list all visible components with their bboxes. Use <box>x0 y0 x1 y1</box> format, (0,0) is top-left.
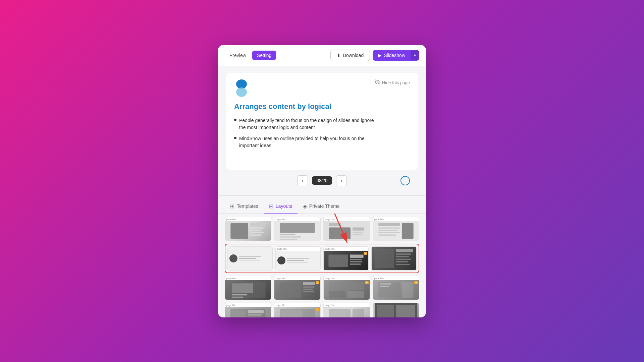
layout-thumb-3-1[interactable]: page title <box>225 276 271 300</box>
slideshow-main-button[interactable]: ▶ Slideshow <box>373 50 411 61</box>
page-indicator: 08/20 <box>312 176 332 185</box>
layout-thumb-3-4[interactable]: page title V <box>373 276 419 300</box>
person-lines-2 <box>287 258 319 262</box>
thumb-content-4-4 <box>373 303 419 317</box>
thumb-content-4-2: V <box>274 307 320 317</box>
thumb-content-1-1 <box>225 221 271 241</box>
thumb-content-4-1 <box>225 307 271 317</box>
svg-rect-33 <box>396 253 411 255</box>
tab-private-theme[interactable]: ◈ Private Theme <box>298 200 345 214</box>
bullet-text-2: MindShow uses an outline provided to hel… <box>239 135 365 149</box>
thumb-title-4-1: page title <box>225 303 271 307</box>
header-tabs: Preview Setting <box>225 51 326 60</box>
layout-row-2-selected: page title page title V <box>225 244 419 273</box>
svg-rect-62 <box>329 309 351 317</box>
layout-thumb-4-4[interactable] <box>373 303 419 317</box>
thumb-content-2-2 <box>276 251 320 270</box>
thumb-content-1-4 <box>373 221 419 241</box>
layout-thumb-2-1[interactable] <box>227 246 273 270</box>
hide-page-label: Hide this page <box>382 80 410 85</box>
svg-rect-47 <box>329 282 364 290</box>
svg-rect-3 <box>230 223 248 238</box>
hide-page-button[interactable]: Hide this page <box>375 79 410 86</box>
svg-rect-11 <box>280 236 301 237</box>
layout-thumb-1-3[interactable]: page title <box>323 217 370 241</box>
thumb-content-2-4 <box>372 247 416 270</box>
svg-rect-19 <box>402 223 414 238</box>
thumb-title-4-3: page title <box>324 303 370 307</box>
svg-rect-52 <box>380 283 391 284</box>
layout-thumb-1-4[interactable]: page title <box>373 217 419 241</box>
bullet-item-1: People generally tend to focus on the de… <box>234 117 410 131</box>
prev-slide-button[interactable]: ‹ <box>297 175 308 186</box>
tab-setting[interactable]: Setting <box>252 51 276 60</box>
thumb-content-4-3 <box>324 307 370 317</box>
svg-rect-51 <box>402 282 414 297</box>
svg-rect-56 <box>248 310 264 313</box>
layout-thumb-4-2[interactable]: page title V <box>274 303 321 317</box>
layout-thumb-4-1[interactable]: page title <box>225 303 271 317</box>
thumb-svg-2-3 <box>324 251 368 270</box>
header: Preview Setting ⬇ Download ▶ Slideshow ▾ <box>218 45 426 66</box>
next-slide-button[interactable]: › <box>336 175 347 186</box>
tab-layouts[interactable]: ⊟ Layouts <box>264 200 298 214</box>
layout-thumb-4-3[interactable]: page title <box>323 303 370 317</box>
layout-thumb-2-2[interactable]: page title <box>275 246 321 270</box>
layout-thumb-1-1[interactable]: page title <box>225 217 271 241</box>
svg-rect-63 <box>353 309 364 317</box>
person-lines-1 <box>239 256 271 260</box>
v-badge-3-2: V <box>316 281 319 284</box>
slideshow-dropdown-button[interactable]: ▾ <box>411 50 419 60</box>
svg-rect-53 <box>380 286 389 287</box>
layout-thumb-2-3[interactable]: page title V <box>323 246 369 270</box>
bullet-text-2-line2: important ideas <box>239 143 271 148</box>
circle-indicator <box>400 176 410 185</box>
bullet-dot-2 <box>234 137 236 139</box>
thumb-content-3-2: V <box>274 280 320 300</box>
layout-thumb-1-2[interactable]: page title <box>274 217 321 241</box>
thumb-title-1-3: page title <box>324 217 370 221</box>
svg-rect-17 <box>353 234 362 235</box>
svg-rect-29 <box>350 261 362 262</box>
private-theme-icon: ◈ <box>303 203 307 209</box>
svg-rect-21 <box>378 230 398 231</box>
tab-templates[interactable]: ⊞ Templates <box>225 200 264 214</box>
svg-rect-8 <box>250 234 261 235</box>
svg-rect-9 <box>280 223 315 233</box>
layout-thumb-3-3[interactable]: page title V <box>323 276 370 300</box>
download-button[interactable]: ⬇ Download <box>330 50 370 61</box>
thumb-title-1-4: page title <box>373 217 419 221</box>
svg-rect-16 <box>353 232 363 233</box>
thumb-title-4-2: page title <box>274 303 320 307</box>
thumb-content-2-3: V <box>324 251 368 270</box>
thumb-title-2-2: page title <box>276 247 320 251</box>
layout-row-3: page title page title V <box>225 276 419 300</box>
thumb-svg-4-2 <box>274 307 320 317</box>
slideshow-icon: ▶ <box>378 53 382 58</box>
bottom-panel: ⊞ Templates ⊟ Layouts ◈ Private Theme pa… <box>218 195 426 317</box>
svg-rect-35 <box>396 258 411 260</box>
svg-rect-58 <box>248 317 260 317</box>
thumb-svg-4-3 <box>324 307 370 317</box>
svg-rect-49 <box>347 291 364 298</box>
svg-rect-20 <box>378 227 400 228</box>
private-theme-label: Private Theme <box>309 203 340 209</box>
svg-point-0 <box>236 79 247 89</box>
svg-rect-5 <box>250 227 264 228</box>
slideshow-label: Slideshow <box>384 53 405 58</box>
person-avatar-1 <box>229 254 237 262</box>
layout-thumb-2-4[interactable] <box>371 246 417 270</box>
thumb-content-3-1 <box>225 280 271 300</box>
svg-rect-31 <box>375 249 394 268</box>
v-badge-4-2: V <box>316 308 319 311</box>
thumb-title-3-3: page title <box>324 276 370 280</box>
slide-card: Hide this page Arranges content by logic… <box>226 73 418 170</box>
templates-label: Templates <box>237 203 258 209</box>
thumb-content-1-3 <box>324 221 370 241</box>
v-badge-2-3: V <box>364 252 367 255</box>
slide-navigation: ‹ 08/20 › <box>226 170 418 189</box>
tab-preview[interactable]: Preview <box>225 51 251 60</box>
layout-thumb-3-2[interactable]: page title V <box>274 276 321 300</box>
svg-rect-44 <box>303 286 314 287</box>
panel-tabs: ⊞ Templates ⊟ Layouts ◈ Private Theme <box>218 196 426 214</box>
